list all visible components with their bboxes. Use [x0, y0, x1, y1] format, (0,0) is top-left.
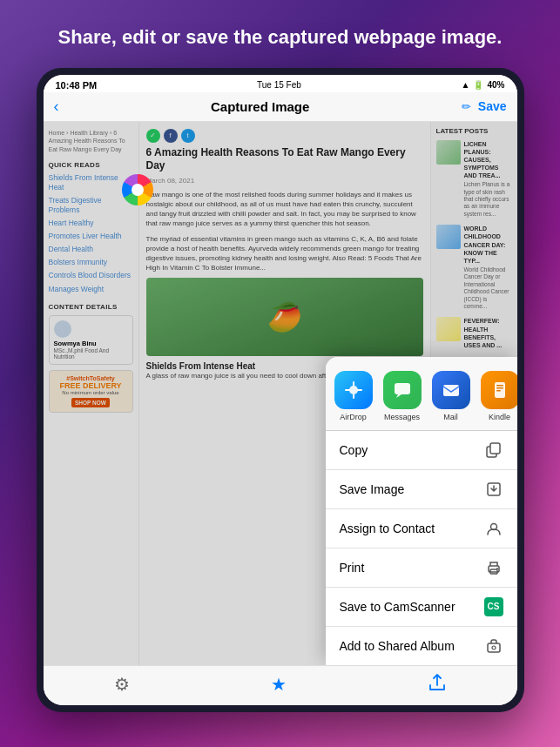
copy-icon	[484, 441, 503, 460]
svg-rect-3	[443, 385, 459, 396]
airdrop-icon	[334, 371, 373, 409]
save-button[interactable]: Save	[478, 99, 507, 113]
status-date: Tue 15 Feb	[257, 80, 301, 90]
share-icon[interactable]	[428, 673, 447, 697]
mail-app[interactable]: Mail	[432, 371, 470, 421]
svg-rect-7	[496, 390, 501, 392]
kindle-label: Kindle	[489, 413, 510, 421]
assign-contact-action[interactable]: Assign to Contact	[326, 509, 517, 548]
device-screen: 10:48 PM Tue 15 Feb ▲ 🔋 40% ‹ Captured I…	[44, 75, 517, 705]
print-icon	[484, 558, 503, 577]
svg-rect-6	[496, 387, 503, 389]
svg-rect-1	[395, 383, 410, 394]
camscanner-action[interactable]: Save to CamScanner CS	[326, 588, 517, 627]
svg-point-0	[349, 386, 358, 394]
back-button[interactable]: ‹	[54, 98, 59, 116]
wifi-icon: ▲	[462, 80, 470, 90]
airdrop-app[interactable]: AirDrop	[334, 371, 373, 421]
bookmarks-icon[interactable]: ★	[271, 674, 287, 695]
svg-marker-2	[396, 394, 401, 398]
messages-icon	[383, 371, 422, 409]
airdrop-label: AirDrop	[340, 413, 367, 421]
kindle-app[interactable]: Kindle	[481, 371, 517, 421]
mail-label: Mail	[443, 413, 458, 421]
settings-icon[interactable]: ⚙	[114, 674, 130, 695]
battery-percent: 40%	[487, 80, 504, 90]
battery-icon: 🔋	[473, 80, 483, 90]
bottom-bar: ⚙ ★	[44, 665, 517, 705]
nav-title: Captured Image	[66, 99, 455, 114]
app-icons-row: AirDrop Messages	[326, 357, 517, 430]
status-right: ▲ 🔋 40%	[462, 80, 505, 90]
svg-rect-15	[488, 643, 500, 652]
messages-app[interactable]: Messages	[383, 371, 422, 421]
status-time: 10:48 PM	[56, 80, 98, 91]
assign-contact-icon	[484, 519, 503, 538]
camscanner-label: Save to CamScanner	[340, 600, 455, 614]
device-frame: 10:48 PM Tue 15 Feb ▲ 🔋 40% ‹ Captured I…	[37, 68, 524, 712]
print-action[interactable]: Print	[326, 548, 517, 588]
mail-icon	[432, 371, 470, 409]
camscanner-icon: CS	[484, 597, 503, 616]
nav-bar: ‹ Captured Image ✏ Save	[44, 92, 517, 122]
edit-icon[interactable]: ✏	[462, 100, 471, 113]
copy-action[interactable]: Copy	[326, 431, 517, 470]
messages-label: Messages	[384, 413, 420, 421]
assign-contact-label: Assign to Contact	[340, 522, 435, 535]
shared-album-icon	[484, 636, 503, 656]
status-bar: 10:48 PM Tue 15 Feb ▲ 🔋 40%	[44, 75, 517, 92]
svg-rect-9	[490, 443, 500, 454]
svg-point-14	[496, 568, 498, 569]
shared-album-action[interactable]: Add to Shared Album	[326, 627, 517, 665]
svg-point-16	[492, 646, 496, 649]
photos-badge	[122, 174, 153, 205]
save-image-action[interactable]: Save Image	[326, 470, 517, 509]
save-image-label: Save Image	[340, 482, 405, 496]
svg-rect-5	[496, 385, 503, 387]
hero-text: Share, edit or save the captured webpage…	[24, 0, 537, 68]
kindle-icon	[481, 371, 517, 409]
webpage-area: Home › Health Library › 6 Amazing Health…	[44, 122, 517, 665]
shared-album-label: Add to Shared Album	[340, 639, 455, 653]
share-sheet: AirDrop Messages	[326, 357, 517, 665]
copy-label: Copy	[340, 443, 368, 457]
save-image-icon	[484, 480, 503, 499]
print-label: Print	[340, 561, 365, 575]
